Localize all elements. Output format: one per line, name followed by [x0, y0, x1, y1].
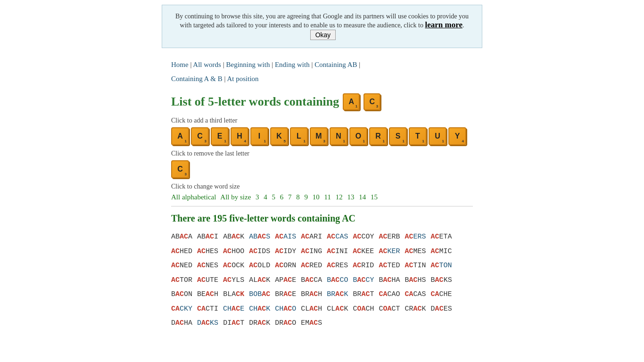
list-item: ACKEE: [353, 245, 374, 259]
okay-button[interactable]: Okay: [310, 30, 336, 40]
sep: |: [359, 61, 360, 68]
list-item: EMACS: [301, 317, 322, 330]
list-item: ACYLS: [223, 274, 244, 288]
list-item[interactable]: BOBAC: [249, 288, 270, 302]
list-item[interactable]: CHACO: [275, 303, 296, 316]
add-tile-t[interactable]: T1: [409, 127, 427, 145]
page-title-text: List of 5-letter words containing: [171, 95, 339, 109]
add-tile-i[interactable]: I1: [250, 127, 268, 145]
cookie-banner: By continuing to browse this site, you a…: [162, 5, 482, 48]
nav-beginning-with[interactable]: Beginning with: [226, 61, 270, 68]
list-item: ACTOR: [171, 274, 192, 288]
sep: |: [272, 61, 275, 68]
list-item: BACON: [171, 288, 192, 302]
list-item: BACHS: [405, 274, 426, 288]
nav-all-words[interactable]: All words: [193, 61, 221, 68]
remove-tile-c[interactable]: C3: [171, 160, 189, 178]
size-link-10[interactable]: 10: [313, 193, 320, 201]
list-item[interactable]: ACCAS: [327, 230, 348, 244]
list-item: DACHA: [171, 317, 192, 330]
add-tile-y[interactable]: Y4: [448, 127, 466, 145]
size-link-all-alphabetical[interactable]: All alphabetical: [171, 193, 216, 201]
nav-ending-with[interactable]: Ending with: [275, 61, 310, 68]
list-item: ACTIN: [405, 259, 426, 273]
learn-more-link[interactable]: learn more: [425, 20, 462, 29]
list-item[interactable]: CHACE: [223, 303, 244, 316]
nav-containing-ab[interactable]: Containing AB: [314, 61, 357, 68]
size-link-7[interactable]: 7: [288, 193, 292, 201]
list-item: ACHES: [197, 245, 218, 259]
list-item: ALACK: [249, 274, 270, 288]
size-link-14[interactable]: 14: [359, 193, 366, 201]
size-link-15[interactable]: 15: [371, 193, 378, 201]
list-item[interactable]: CACKY: [171, 303, 192, 316]
main-container: Home | All words | Beginning with | Endi…: [162, 53, 482, 335]
list-item: CACAO: [379, 288, 400, 302]
list-item: CACTI: [197, 303, 218, 316]
size-link-6[interactable]: 6: [280, 193, 284, 201]
list-item: BACHA: [379, 274, 400, 288]
nav-containing-a-b[interactable]: Containing A & B: [171, 75, 223, 82]
size-link-9[interactable]: 9: [305, 193, 308, 201]
nav-at-position[interactable]: At position: [227, 75, 258, 82]
size-link-13[interactable]: 13: [347, 193, 355, 201]
add-tile-r[interactable]: R1: [369, 127, 387, 145]
add-tile-e[interactable]: E1: [211, 127, 229, 145]
size-link-5[interactable]: 5: [272, 193, 276, 201]
list-item: ACORN: [275, 259, 296, 273]
header-tile-c: C3: [363, 93, 380, 110]
remove-tile: C3: [171, 160, 473, 178]
add-tile-k[interactable]: K5: [270, 127, 288, 145]
page-title: List of 5-letter words containing A1 C3: [171, 93, 473, 110]
list-item[interactable]: BACCO: [327, 274, 348, 288]
size-link-3[interactable]: 3: [256, 193, 259, 201]
list-item: ABACA: [171, 230, 192, 244]
list-item: DACES: [431, 303, 452, 316]
click-remove-label: Click to remove the last letter: [171, 150, 473, 157]
list-item[interactable]: ACAIS: [275, 230, 296, 244]
size-link-all-by-size[interactable]: All by size: [220, 193, 251, 201]
add-tile-c[interactable]: C3: [191, 127, 209, 145]
header-tile-a: A1: [343, 93, 360, 110]
list-item: ABACI: [197, 230, 218, 244]
list-item: DIACT: [223, 317, 244, 330]
list-item: CACHE: [431, 288, 452, 302]
list-item: ACIDY: [275, 245, 296, 259]
size-link-12[interactable]: 12: [336, 193, 343, 201]
add-tile-l[interactable]: L1: [290, 127, 308, 145]
nav-home[interactable]: Home: [171, 61, 189, 68]
list-item: ACERB: [379, 230, 400, 244]
add-tile-m[interactable]: M3: [310, 127, 328, 145]
list-item: BACCA: [301, 274, 322, 288]
list-item: ACOCK: [223, 259, 244, 273]
add-tile-h[interactable]: H4: [231, 127, 248, 145]
add-tile-s[interactable]: S1: [389, 127, 407, 145]
size-link-8[interactable]: 8: [296, 193, 300, 201]
list-item: ACETA: [431, 230, 452, 244]
list-item: BLACK: [223, 288, 244, 302]
list-item[interactable]: CHACK: [249, 303, 270, 316]
list-item[interactable]: BRACK: [327, 288, 348, 302]
add-tile-n[interactable]: N1: [330, 127, 347, 145]
list-item: BRACE: [275, 288, 296, 302]
add-tile-o[interactable]: O1: [349, 127, 367, 145]
list-item: ACNED: [171, 259, 192, 273]
list-item: ACUTE: [197, 274, 218, 288]
add-tile-u[interactable]: U1: [429, 127, 446, 145]
list-item[interactable]: BACCY: [353, 274, 374, 288]
click-size-label: Click to change word size: [171, 183, 473, 190]
list-item: ACCOY: [353, 230, 374, 244]
add-tile-a[interactable]: A1: [171, 127, 189, 145]
divider: [171, 206, 473, 206]
list-item[interactable]: ACTON: [430, 259, 452, 273]
list-item[interactable]: ABACS: [249, 230, 270, 244]
list-item[interactable]: ACERS: [405, 230, 426, 244]
size-link-11[interactable]: 11: [324, 193, 331, 201]
list-item[interactable]: ACKER: [379, 245, 400, 259]
list-item: COACT: [379, 303, 400, 316]
list-item: ACRED: [301, 259, 322, 273]
list-item: ACARI: [301, 230, 322, 244]
list-item[interactable]: DACKS: [197, 317, 218, 330]
size-link-4[interactable]: 4: [264, 193, 267, 201]
list-item: CLACK: [327, 303, 348, 316]
